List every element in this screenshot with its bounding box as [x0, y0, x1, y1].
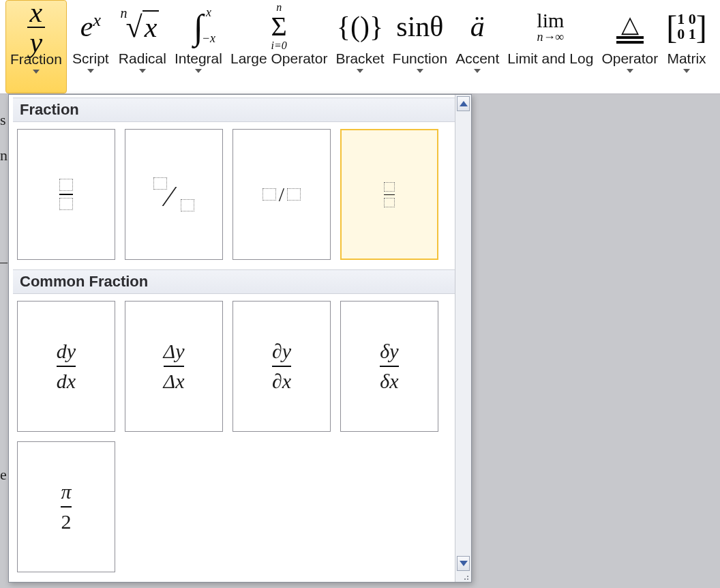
document-behind: sn–e — [0, 102, 7, 493]
matrix-icon: [ 1 00 1 ] — [666, 3, 706, 50]
toolbar-radical-label: Radical — [119, 50, 166, 66]
tile-stacked-fraction[interactable] — [17, 129, 115, 260]
toolbar-integral-label: Integral — [175, 50, 222, 66]
function-icon: sinθ — [396, 3, 443, 50]
numerator: ∂y — [272, 340, 291, 363]
toolbar-bracket-label: Bracket — [335, 50, 384, 66]
toolbar-matrix-button[interactable]: [ 1 00 1 ] Matrix — [662, 0, 710, 93]
toolbar-function-button[interactable]: sinθ Function — [389, 0, 452, 93]
radical-icon: n √x — [125, 3, 159, 50]
toolbar-operator-label: Operator — [601, 50, 658, 66]
tile-Delta-y-Delta-x[interactable]: Δy Δx — [125, 301, 223, 432]
sigma-icon: n Σ i=0 — [271, 3, 287, 50]
chevron-down-icon — [139, 69, 146, 73]
numerator: π — [61, 480, 71, 503]
tile-delta-y-delta-x[interactable]: δy δx — [340, 301, 438, 432]
toolbar-accent-label: Accent — [455, 50, 499, 66]
tile-linear-fraction[interactable]: / — [232, 129, 331, 260]
chevron-down-icon — [683, 69, 690, 73]
chevron-down-icon — [33, 70, 40, 74]
numerator: dy — [57, 340, 76, 363]
toolbar-operator-button[interactable]: △ Operator — [597, 0, 662, 93]
toolbar-limit-log-button[interactable]: lim n→∞ Limit and Log — [503, 0, 597, 93]
toolbar-matrix-label: Matrix — [667, 50, 706, 66]
gallery-scrollbar[interactable] — [455, 95, 471, 582]
tile-pi-over-2[interactable]: π 2 — [17, 441, 115, 572]
tile-skewed-fraction[interactable]: ⁄ — [125, 129, 223, 260]
chevron-down-icon — [195, 69, 202, 73]
scroll-down-button[interactable] — [457, 556, 470, 571]
chevron-up-icon — [460, 101, 468, 106]
limit-icon: lim n→∞ — [537, 3, 564, 50]
tile-dy-dx[interactable]: dy dx — [17, 301, 115, 432]
toolbar-function-label: Function — [393, 50, 448, 66]
group-header-common-fraction: Common Fraction — [13, 269, 467, 294]
denominator: dx — [57, 370, 76, 393]
toolbar-fraction-button[interactable]: x y Fraction — [5, 0, 67, 93]
common-fraction-grid: dy dx Δy Δx ∂y — [13, 298, 467, 582]
denominator: 2 — [61, 510, 72, 533]
denominator: ∂x — [272, 370, 291, 393]
toolbar-script-button[interactable]: ex Script — [67, 0, 115, 93]
fraction-icon-numerator: x — [27, 0, 46, 28]
chevron-down-icon — [357, 69, 363, 73]
chevron-down-icon — [87, 69, 94, 73]
tile-partial-y-partial-x[interactable]: ∂y ∂x — [232, 301, 331, 432]
tile-small-fraction[interactable] — [340, 129, 438, 260]
chevron-down-icon — [460, 561, 468, 566]
denominator: δx — [380, 370, 398, 393]
operator-icon: △ — [616, 3, 644, 50]
toolbar-integral-button[interactable]: ∫ x −x Integral — [170, 0, 226, 93]
resize-grip-icon[interactable] — [461, 574, 469, 580]
accent-icon: ä — [470, 3, 485, 50]
toolbar-large-operator-button[interactable]: n Σ i=0 Large Operator — [226, 0, 331, 93]
fraction-templates-grid: ⁄ / — [13, 126, 467, 269]
toolbar-radical-button[interactable]: n √x Radical — [115, 0, 170, 93]
scroll-up-button[interactable] — [457, 96, 470, 111]
fraction-gallery-panel: Fraction ⁄ — [8, 94, 472, 583]
toolbar-fraction-label: Fraction — [10, 51, 62, 67]
numerator: Δy — [164, 340, 185, 363]
toolbar-bracket-button[interactable]: {()} Bracket — [331, 0, 388, 93]
chevron-down-icon — [417, 69, 423, 73]
equation-toolbar: x y Fraction ex Script n √x Radical ∫ x — [0, 0, 720, 94]
script-icon: ex — [80, 3, 101, 50]
bracket-icon: {()} — [337, 3, 383, 50]
integral-icon: ∫ x −x — [194, 3, 203, 50]
group-header-fraction: Fraction — [13, 98, 467, 122]
numerator: δy — [380, 340, 398, 363]
toolbar-accent-button[interactable]: ä Accent — [451, 0, 503, 93]
chevron-down-icon — [474, 69, 481, 73]
toolbar-script-label: Script — [72, 50, 109, 66]
fraction-icon: x y — [27, 3, 46, 51]
toolbar-limit-log-label: Limit and Log — [507, 50, 593, 66]
toolbar-large-operator-label: Large Operator — [230, 50, 327, 66]
denominator: Δx — [164, 370, 185, 393]
chevron-down-icon — [627, 69, 633, 73]
gallery-body: Fraction ⁄ — [9, 95, 471, 582]
